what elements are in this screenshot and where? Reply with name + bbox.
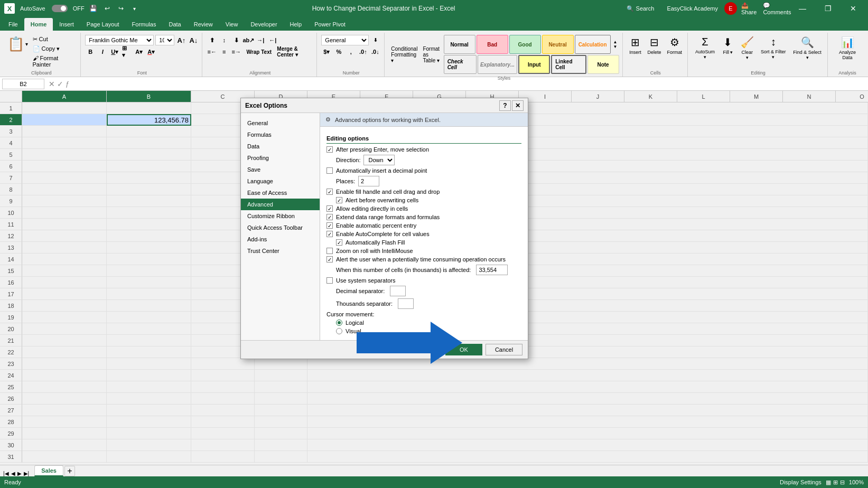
format-painter-btn[interactable]: 🖌 Format Painter bbox=[31, 54, 78, 69]
cell-b31[interactable] bbox=[107, 451, 191, 463]
select-all-btn[interactable] bbox=[0, 91, 22, 102]
cell-a24[interactable] bbox=[22, 370, 107, 381]
checkbox-use-system[interactable] bbox=[326, 277, 333, 284]
tab-power-pivot[interactable]: Power Pivot bbox=[308, 18, 352, 31]
cell-rest-row23[interactable] bbox=[307, 358, 868, 370]
nav-formulas[interactable]: Formulas bbox=[241, 129, 320, 140]
font-size-increase-btn[interactable]: A↑ bbox=[176, 35, 186, 45]
nav-general[interactable]: General bbox=[241, 117, 320, 129]
save-qat-btn[interactable]: 💾 bbox=[88, 3, 99, 14]
align-middle-btn[interactable]: ↕ bbox=[219, 35, 229, 45]
col-header-m[interactable]: M bbox=[730, 91, 783, 102]
analyze-data-btn[interactable]: 📊 Analyze Data bbox=[832, 35, 863, 61]
thousands-sep-input[interactable] bbox=[398, 298, 414, 309]
align-right-btn[interactable]: ≡→ bbox=[231, 46, 241, 57]
format-btn[interactable]: ⚙ Format bbox=[665, 35, 685, 56]
cell-d31[interactable] bbox=[255, 451, 307, 463]
copy-btn[interactable]: 📄 Copy ▾ bbox=[31, 44, 78, 53]
tab-prev-btn[interactable]: ◀ bbox=[11, 471, 15, 476]
places-input[interactable] bbox=[358, 176, 379, 186]
cell-a10[interactable] bbox=[22, 207, 107, 219]
decimal-decrease-btn[interactable]: .0↓ bbox=[370, 46, 380, 57]
cell-b1[interactable] bbox=[107, 102, 191, 114]
cell-b14[interactable] bbox=[107, 254, 191, 265]
cancel-btn[interactable]: Cancel bbox=[486, 344, 522, 355]
cell-a22[interactable] bbox=[22, 346, 107, 358]
cell-rest-row29[interactable] bbox=[307, 428, 868, 439]
style-linked-btn[interactable]: Linked Cell bbox=[551, 55, 586, 74]
tab-next-btn[interactable]: ▶ bbox=[17, 471, 22, 476]
align-center-btn[interactable]: ≡ bbox=[219, 46, 229, 57]
cell-a1[interactable] bbox=[22, 102, 107, 114]
row-header-1[interactable]: 1 bbox=[0, 102, 22, 114]
cell-rest-row26[interactable] bbox=[307, 393, 868, 405]
cell-rest-row25[interactable] bbox=[307, 381, 868, 393]
cell-a2[interactable] bbox=[22, 114, 107, 126]
row-header-20[interactable]: 20 bbox=[0, 323, 22, 335]
style-check-btn[interactable]: Check Cell bbox=[444, 55, 477, 74]
cell-d27[interactable] bbox=[255, 405, 307, 416]
insert-btn[interactable]: ⊞ Insert bbox=[627, 35, 644, 56]
dialog-help-btn[interactable]: ? bbox=[499, 100, 511, 111]
checkbox-alert-overwrite[interactable] bbox=[336, 197, 342, 203]
cell-b13[interactable] bbox=[107, 242, 191, 254]
excel-options-dialog[interactable]: Excel Options ? ✕ General Formulas Data … bbox=[240, 98, 528, 359]
cell-c31[interactable] bbox=[191, 451, 255, 463]
cell-a20[interactable] bbox=[22, 323, 107, 335]
cell-b29[interactable] bbox=[107, 428, 191, 439]
col-header-b[interactable]: B bbox=[107, 91, 191, 102]
row-header-19[interactable]: 19 bbox=[0, 312, 22, 323]
cell-d29[interactable] bbox=[255, 428, 307, 439]
nav-save[interactable]: Save bbox=[241, 164, 320, 175]
row-header-18[interactable]: 18 bbox=[0, 300, 22, 312]
cell-b3[interactable] bbox=[107, 126, 191, 137]
col-header-k[interactable]: K bbox=[624, 91, 677, 102]
cell-a31[interactable] bbox=[22, 451, 107, 463]
cell-a25[interactable] bbox=[22, 381, 107, 393]
cell-b23[interactable] bbox=[107, 358, 191, 370]
row-header-15[interactable]: 15 bbox=[0, 265, 22, 277]
cell-b10[interactable] bbox=[107, 207, 191, 219]
share-btn[interactable]: 📤 Share bbox=[741, 0, 762, 17]
border-btn[interactable]: ⊞ ▾ bbox=[122, 46, 132, 57]
checkbox-fill-handle[interactable] bbox=[326, 189, 333, 195]
paste-btn[interactable]: 📋 ▾ bbox=[5, 35, 29, 53]
maximize-btn[interactable]: ❐ bbox=[817, 0, 838, 17]
cell-rest-row24[interactable] bbox=[307, 370, 868, 381]
page-break-view-btn[interactable]: ⊟ bbox=[840, 479, 845, 486]
nav-language[interactable]: Language bbox=[241, 175, 320, 187]
checkbox-flash-fill[interactable] bbox=[336, 239, 342, 246]
cell-d30[interactable] bbox=[255, 439, 307, 451]
indent-decrease-btn[interactable]: ←| bbox=[267, 35, 278, 45]
checkbox-after-enter[interactable] bbox=[326, 146, 333, 153]
merge-center-btn[interactable]: Merge & Center ▾ bbox=[276, 46, 313, 57]
row-header-16[interactable]: 16 bbox=[0, 277, 22, 288]
row-header-23[interactable]: 23 bbox=[0, 358, 22, 370]
cell-a30[interactable] bbox=[22, 439, 107, 451]
cell-rest-row28[interactable] bbox=[307, 416, 868, 428]
style-normal-btn[interactable]: Normal bbox=[444, 35, 475, 54]
percent-btn[interactable]: % bbox=[333, 46, 344, 57]
comments-btn[interactable]: 💬 Comments bbox=[767, 0, 788, 17]
display-settings-btn[interactable]: Display Settings bbox=[780, 479, 822, 485]
tab-review[interactable]: Review bbox=[188, 18, 219, 31]
cell-a28[interactable] bbox=[22, 416, 107, 428]
nav-data[interactable]: Data bbox=[241, 140, 320, 152]
cell-d25[interactable] bbox=[255, 381, 307, 393]
nav-proofing[interactable]: Proofing bbox=[241, 152, 320, 164]
cell-c23[interactable] bbox=[191, 358, 255, 370]
col-header-a[interactable]: A bbox=[22, 91, 107, 102]
style-bad-btn[interactable]: Bad bbox=[477, 35, 508, 54]
style-input-btn[interactable]: Input bbox=[518, 55, 550, 74]
font-size-decrease-btn[interactable]: A↓ bbox=[188, 35, 199, 45]
row-header-30[interactable]: 30 bbox=[0, 439, 22, 451]
radio-cursor-logical[interactable] bbox=[336, 320, 342, 326]
sort-filter-btn[interactable]: ↕ Sort & Filter ▾ bbox=[758, 35, 789, 61]
cell-d26[interactable] bbox=[255, 393, 307, 405]
checkbox-allow-editing[interactable] bbox=[326, 205, 333, 212]
formula-function-icon[interactable]: ƒ bbox=[66, 80, 69, 88]
cell-b22[interactable] bbox=[107, 346, 191, 358]
cell-b28[interactable] bbox=[107, 416, 191, 428]
italic-btn[interactable]: I bbox=[97, 46, 108, 57]
nav-quick-access-toolbar[interactable]: Quick Access Toolbar bbox=[241, 222, 320, 233]
